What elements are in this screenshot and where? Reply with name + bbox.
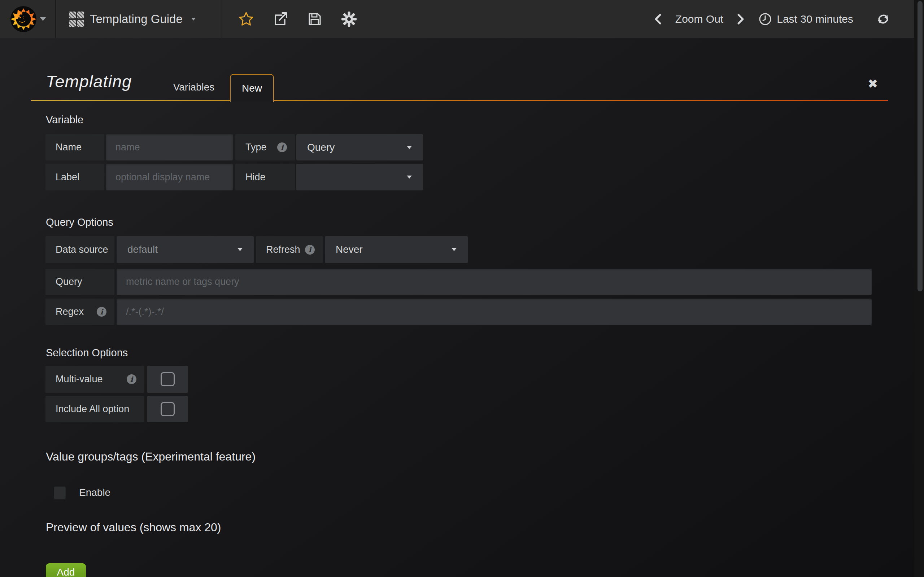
scrollbar-track[interactable] [914, 0, 924, 577]
dashboard-title: Templating Guide [90, 12, 183, 26]
chevron-down-icon [191, 18, 195, 21]
caret-down-icon [237, 248, 242, 251]
multi-value-checkbox[interactable] [147, 366, 188, 393]
datasource-select[interactable]: default [116, 236, 254, 263]
regex-field-label: Regex i [45, 298, 115, 325]
time-range-label: Last 30 minutes [777, 13, 853, 25]
favorite-star-button[interactable] [238, 11, 254, 27]
type-field-label: Type i [235, 134, 295, 161]
time-range-picker-button[interactable]: Last 30 minutes [758, 12, 853, 26]
multi-value-label: Multi-value i [45, 366, 144, 393]
info-icon[interactable]: i [277, 142, 287, 152]
navbar: Templating Guide [0, 0, 924, 38]
dashboard-actions [222, 0, 357, 38]
scrollbar-thumb[interactable] [918, 1, 922, 292]
checkbox-outline-icon [161, 402, 175, 416]
type-select[interactable]: Query [296, 134, 423, 161]
grafana-window: Templating Guide [0, 0, 924, 577]
regex-input[interactable] [116, 298, 872, 325]
save-button[interactable] [307, 11, 323, 27]
enable-label: Enable [79, 487, 110, 498]
settings-gear-button[interactable] [341, 11, 357, 27]
caret-down-icon [407, 176, 412, 179]
enable-checkbox[interactable] [53, 486, 66, 500]
tabs-underline [31, 100, 888, 101]
variable-section-heading: Variable [46, 114, 83, 126]
info-icon[interactable]: i [97, 307, 107, 317]
time-controls: Zoom Out Last 30 minutes [653, 0, 924, 38]
caret-down-icon [452, 248, 457, 251]
selection-options-heading: Selection Options [46, 347, 128, 359]
dashboard-grid-icon [69, 11, 84, 27]
checkbox-outline-icon [161, 372, 175, 386]
datasource-field-label: Data source [45, 236, 115, 263]
caret-down-icon [407, 146, 412, 149]
page-title: Templating [46, 71, 132, 91]
grafana-menu-button[interactable] [0, 0, 56, 38]
preview-heading: Preview of values (shows max 20) [46, 521, 221, 534]
name-field-label: Name [45, 134, 104, 161]
query-options-heading: Query Options [46, 216, 113, 228]
chevron-down-icon [40, 17, 46, 21]
query-field-label: Query [45, 269, 115, 295]
tab-variables[interactable]: Variables [163, 74, 225, 100]
zoom-out-button[interactable]: Zoom Out [675, 13, 723, 25]
grafana-logo-icon [10, 5, 37, 33]
dashboard-title-button[interactable]: Templating Guide [56, 0, 222, 38]
hide-field-label: Hide [235, 164, 295, 190]
info-icon[interactable]: i [127, 374, 136, 384]
value-groups-heading: Value groups/tags (Experimental feature) [46, 450, 255, 463]
label-field-label: Label [45, 164, 104, 190]
tab-new[interactable]: New [230, 74, 274, 102]
hide-select[interactable] [296, 164, 423, 190]
query-input[interactable] [116, 269, 872, 295]
label-input[interactable] [106, 164, 233, 190]
refresh-field-label: Refresh i [256, 236, 323, 263]
add-button[interactable]: Add [46, 563, 86, 577]
share-button[interactable] [272, 11, 289, 27]
time-shift-right-chevron-button[interactable] [736, 13, 746, 26]
info-icon[interactable]: i [305, 245, 315, 255]
zoom-out-left-chevron-button[interactable] [653, 13, 663, 26]
close-icon[interactable]: ✖ [868, 76, 878, 91]
refresh-select[interactable]: Never [325, 236, 468, 263]
include-all-label: Include All option [45, 396, 144, 422]
refresh-button[interactable] [876, 11, 891, 27]
name-input[interactable] [106, 134, 233, 161]
clock-icon [758, 12, 772, 26]
include-all-checkbox[interactable] [147, 396, 188, 422]
